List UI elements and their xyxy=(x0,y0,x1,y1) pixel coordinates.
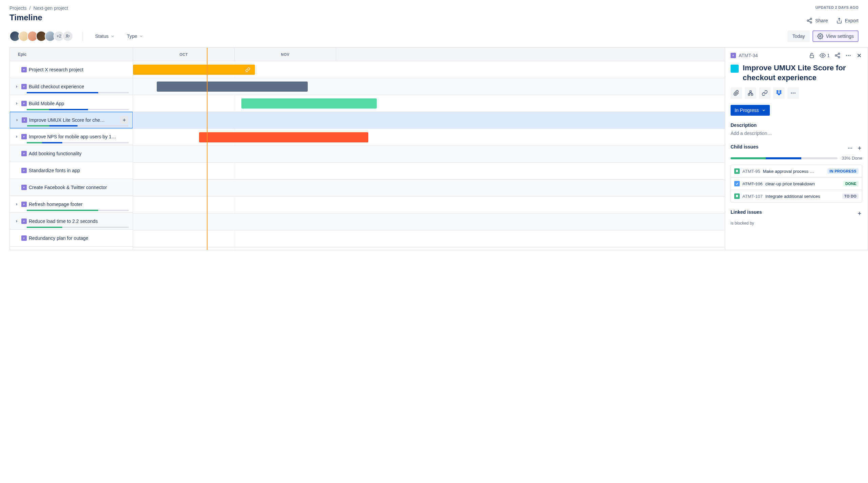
gantt-row[interactable] xyxy=(133,129,725,146)
child-issue-row[interactable]: ATMT-106clear-up price breakdownDONE xyxy=(731,178,862,190)
more-actions-button[interactable] xyxy=(787,87,799,99)
today-button[interactable]: Today xyxy=(787,30,809,42)
month-header: OCT xyxy=(133,48,235,61)
child-issue-row[interactable]: ATMT-107Integrate additional servicesTO … xyxy=(731,190,862,202)
expand-chevron[interactable] xyxy=(14,102,19,105)
epic-color-swatch[interactable] xyxy=(731,65,739,73)
watch-button[interactable]: 1 xyxy=(820,52,830,59)
gantt-row[interactable] xyxy=(133,213,725,230)
epic-label: Build checkout experience xyxy=(29,84,84,89)
epic-row[interactable]: Standardize fonts in app xyxy=(10,162,133,179)
epic-row[interactable]: Create Facebook & Twitter connector xyxy=(10,179,133,196)
epic-row[interactable]: Build Mobile App xyxy=(10,95,133,112)
today-marker xyxy=(207,48,208,250)
svg-rect-26 xyxy=(751,94,753,95)
close-icon[interactable] xyxy=(856,52,862,59)
epic-label: Redundancy plan for outage xyxy=(29,235,88,241)
epic-row[interactable]: Reduce load time to 2.2 seconds xyxy=(10,213,133,230)
epic-label: Standardize fonts in app xyxy=(29,168,80,173)
breadcrumb-root[interactable]: Projects xyxy=(9,5,27,11)
epic-row[interactable]: Improve NPS for mobile app users by 1… xyxy=(10,128,133,145)
epic-progress xyxy=(27,92,129,93)
issue-key[interactable]: ATMT-34 xyxy=(739,53,758,58)
gantt-row[interactable] xyxy=(133,61,725,78)
dropbox-button[interactable] xyxy=(773,87,785,99)
view-settings-button[interactable]: View settings xyxy=(812,30,859,42)
chevron-down-icon xyxy=(139,34,143,38)
add-child-icon[interactable] xyxy=(857,145,862,151)
gantt-row[interactable] xyxy=(133,78,725,95)
breadcrumb-separator: / xyxy=(29,5,31,11)
gantt-row[interactable] xyxy=(133,197,725,213)
status-dropdown[interactable]: In Progress xyxy=(731,105,770,116)
epic-icon xyxy=(21,134,27,139)
more-icon[interactable] xyxy=(845,52,851,59)
share-icon[interactable] xyxy=(834,52,841,59)
svg-rect-25 xyxy=(748,94,750,95)
export-button[interactable]: Export xyxy=(836,18,859,24)
svg-point-1 xyxy=(807,20,809,22)
share-button[interactable]: Share xyxy=(806,18,828,24)
svg-point-33 xyxy=(795,93,796,94)
epic-row[interactable]: Improve UMUX Lite Score for che… xyxy=(10,112,133,129)
epic-row[interactable]: Redundancy plan for outage xyxy=(10,230,133,247)
expand-chevron[interactable] xyxy=(14,135,19,138)
issue-title[interactable]: Improve UMUX Lite Score for checkout exp… xyxy=(743,63,862,83)
gantt-bar[interactable] xyxy=(241,98,377,109)
gantt-row[interactable] xyxy=(133,146,725,163)
dropbox-icon xyxy=(776,90,782,96)
gantt-bar[interactable] xyxy=(157,82,308,92)
child-title: Make approval process … xyxy=(763,169,825,174)
epic-row[interactable]: Add booking functionality xyxy=(10,145,133,162)
chevron-down-icon xyxy=(762,108,766,112)
gantt-row[interactable] xyxy=(133,180,725,197)
gantt-row[interactable] xyxy=(133,163,725,180)
status-filter[interactable]: Status xyxy=(92,31,117,41)
tree-icon xyxy=(747,90,754,96)
epic-icon xyxy=(21,185,27,190)
description-field[interactable]: Add a description… xyxy=(731,131,862,136)
add-button[interactable] xyxy=(120,116,128,124)
svg-point-36 xyxy=(851,148,852,149)
gantt-row[interactable] xyxy=(133,112,725,129)
svg-rect-24 xyxy=(750,91,752,92)
task-icon xyxy=(734,181,740,186)
child-issue-row[interactable]: ATMT-95Make approval process …IN PROGRES… xyxy=(731,165,862,178)
gantt-bar[interactable] xyxy=(199,132,368,142)
svg-point-15 xyxy=(835,55,837,56)
epic-icon xyxy=(731,53,736,58)
child-more-icon[interactable] xyxy=(847,145,853,151)
add-link-icon[interactable] xyxy=(857,211,862,216)
gantt-row[interactable] xyxy=(133,95,725,112)
status-lozenge: DONE xyxy=(843,181,859,186)
epic-column-header: Epic xyxy=(10,48,133,61)
gantt-bar[interactable] xyxy=(133,65,255,75)
epic-row[interactable]: Build checkout experience xyxy=(10,78,133,95)
type-filter[interactable]: Type xyxy=(124,31,146,41)
link-button[interactable] xyxy=(759,87,771,99)
add-child-button[interactable] xyxy=(745,87,756,99)
epic-progress xyxy=(27,125,128,127)
gantt-row[interactable] xyxy=(133,230,725,247)
expand-chevron[interactable] xyxy=(14,85,19,88)
epic-progress xyxy=(27,109,129,110)
svg-point-20 xyxy=(848,55,849,56)
svg-line-17 xyxy=(837,56,838,57)
linked-relation-label: is blocked by xyxy=(731,221,862,226)
svg-point-21 xyxy=(850,55,851,56)
epic-icon xyxy=(22,117,27,123)
epic-row[interactable]: Refresh homepage footer xyxy=(10,196,133,213)
breadcrumb-project[interactable]: Next-gen project xyxy=(33,5,68,11)
expand-chevron[interactable] xyxy=(14,203,19,206)
eye-icon xyxy=(820,52,826,59)
expand-chevron[interactable] xyxy=(14,118,20,122)
expand-chevron[interactable] xyxy=(14,220,19,223)
svg-point-6 xyxy=(66,34,68,36)
add-member-button[interactable] xyxy=(62,31,73,42)
link-icon xyxy=(762,90,768,96)
updated-ago: UPDATED 2 DAYS AGO xyxy=(806,5,859,9)
svg-point-19 xyxy=(846,55,847,56)
lock-icon[interactable] xyxy=(809,52,815,59)
attach-button[interactable] xyxy=(731,87,742,99)
epic-row[interactable]: Project X research project xyxy=(10,61,133,78)
